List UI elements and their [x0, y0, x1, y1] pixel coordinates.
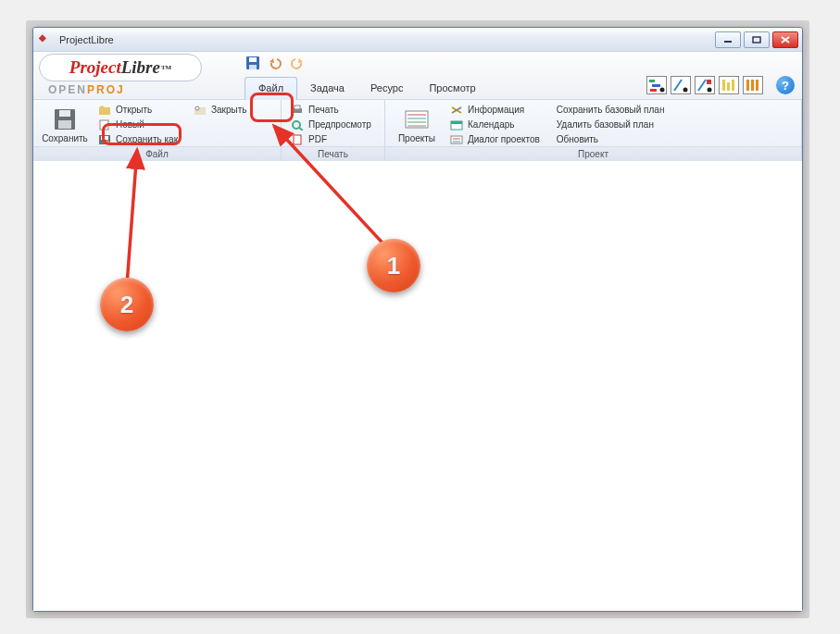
projects-dialog-button[interactable]: Диалог проектов	[446, 132, 543, 146]
annotation-bubble-2: 2	[100, 278, 154, 331]
svg-rect-24	[58, 120, 71, 129]
ribbon-group-print: Печать Предпросмотр PDF Печать	[282, 100, 385, 160]
svg-rect-21	[756, 80, 759, 91]
ribbon-group-project: Проекты Информация Календарь Диалог прое…	[385, 100, 802, 160]
group-label-file: Файл	[33, 146, 281, 161]
save-button[interactable]: Сохранить	[39, 102, 91, 146]
svg-rect-5	[249, 57, 257, 62]
svg-rect-23	[59, 110, 70, 117]
titlebar: ◆ ProjectLibre	[33, 28, 802, 52]
help-button[interactable]: ?	[776, 76, 795, 94]
quick-save-icon[interactable]	[244, 55, 261, 71]
maximize-button[interactable]	[744, 31, 770, 48]
close-button[interactable]	[772, 31, 798, 48]
svg-rect-25	[99, 107, 110, 115]
undo-icon[interactable]	[267, 55, 283, 71]
group-label-project: Проект	[385, 146, 801, 161]
print-button[interactable]: Печать	[287, 103, 374, 117]
update-button[interactable]: Обновить	[554, 132, 668, 146]
svg-rect-19	[746, 80, 749, 91]
tab-task[interactable]: Задача	[297, 78, 357, 99]
ribbon-tabs: Файл Задача Ресурс Просмотр	[244, 77, 489, 100]
top-strip: ProjectLibreTM OPENPROJ Файл Задача Ресу…	[33, 52, 802, 100]
svg-rect-20	[751, 80, 754, 91]
svg-line-13	[698, 80, 706, 91]
svg-point-10	[660, 88, 665, 93]
preview-button[interactable]: Предпросмотр	[287, 118, 374, 131]
svg-rect-26	[100, 120, 108, 130]
svg-rect-8	[652, 84, 660, 87]
svg-rect-14	[707, 80, 711, 84]
projects-button[interactable]: Проекты	[391, 102, 443, 146]
wbs-icon[interactable]	[695, 76, 715, 94]
redo-icon[interactable]	[289, 55, 306, 71]
info-icon	[449, 104, 464, 117]
tab-file[interactable]: Файл	[244, 77, 297, 100]
content-area	[33, 161, 802, 611]
svg-rect-28	[101, 136, 108, 140]
projects-icon	[404, 107, 430, 131]
svg-rect-32	[295, 106, 300, 109]
svg-rect-9	[650, 89, 657, 92]
pdf-button[interactable]: PDF	[287, 132, 374, 146]
new-icon	[97, 118, 112, 131]
svg-point-15	[708, 88, 712, 93]
network-icon[interactable]	[671, 76, 691, 94]
app-icon: ◆	[39, 32, 54, 47]
calendar-icon	[449, 118, 464, 131]
window-title: ProjectLibre	[59, 34, 715, 45]
svg-rect-7	[649, 80, 655, 82]
annotation-bubble-1: 1	[367, 239, 420, 292]
save-baseline-button[interactable]: Сохранить базовый план	[554, 103, 668, 117]
save-as-icon	[97, 133, 112, 146]
minimize-button[interactable]	[715, 31, 741, 48]
resource-icon[interactable]	[719, 76, 739, 94]
tab-resource[interactable]: Ресурс	[357, 78, 416, 99]
svg-rect-1	[753, 37, 760, 43]
dialog-icon	[449, 133, 464, 146]
openproj-label: OPENPROJ	[39, 83, 213, 96]
save-as-button[interactable]: Сохранить как	[94, 132, 181, 146]
svg-rect-6	[249, 65, 257, 69]
svg-rect-35	[294, 135, 301, 144]
ribbon-group-file: Сохранить Открыть Новый Сохранить как За…	[33, 100, 282, 160]
print-icon	[290, 104, 305, 117]
open-icon	[97, 104, 112, 117]
close-file-button[interactable]: Закрыть	[190, 103, 250, 117]
open-button[interactable]: Открыть	[94, 103, 181, 117]
save-icon	[52, 107, 78, 131]
pdf-icon	[290, 133, 305, 146]
group-label-print: Печать	[282, 146, 384, 161]
svg-point-30	[195, 106, 199, 110]
quick-access-toolbar	[244, 54, 306, 72]
svg-line-34	[299, 128, 303, 131]
delete-baseline-button[interactable]: Удалить базовый план	[554, 118, 668, 131]
new-button[interactable]: Новый	[94, 118, 181, 131]
logo[interactable]: ProjectLibreTM	[39, 54, 202, 81]
svg-rect-18	[732, 80, 734, 91]
view-shortcut-icons: ?	[646, 76, 795, 94]
tab-view[interactable]: Просмотр	[416, 78, 488, 99]
svg-rect-44	[451, 121, 462, 124]
svg-point-33	[293, 121, 300, 129]
svg-point-12	[683, 88, 688, 93]
info-button[interactable]: Информация	[446, 103, 543, 117]
svg-rect-17	[727, 82, 730, 91]
svg-rect-36	[406, 111, 428, 128]
preview-icon	[290, 118, 305, 131]
svg-line-11	[674, 80, 682, 91]
close-file-icon	[193, 104, 207, 117]
svg-rect-45	[451, 136, 462, 143]
svg-rect-16	[722, 80, 725, 91]
logo-area: ProjectLibreTM OPENPROJ	[39, 54, 213, 98]
gantt-icon[interactable]	[646, 76, 667, 94]
ribbon: Сохранить Открыть Новый Сохранить как За…	[33, 100, 802, 161]
report-icon[interactable]	[743, 76, 763, 94]
calendar-button[interactable]: Календарь	[446, 118, 543, 131]
